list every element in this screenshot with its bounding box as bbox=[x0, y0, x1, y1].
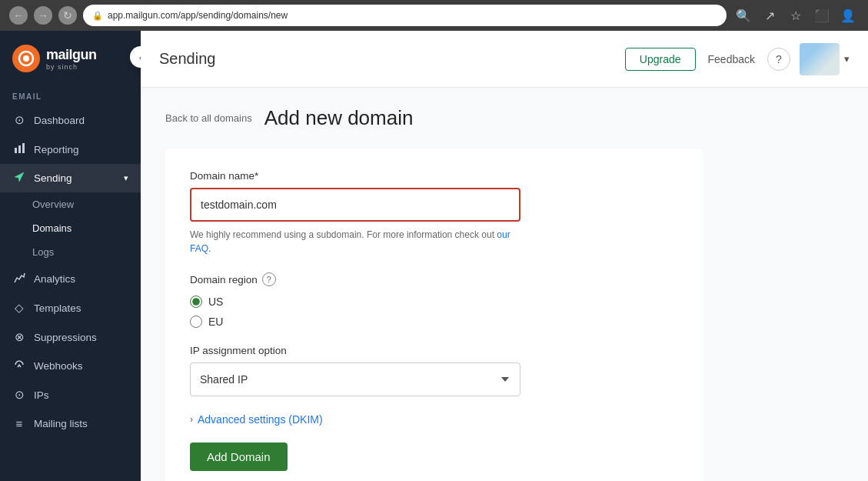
sidebar-item-overview[interactable]: Overview bbox=[0, 192, 141, 216]
sidebar: mailgun by sinch ‹ EMAIL ⊙ Dashboard Rep… bbox=[0, 31, 141, 481]
forward-button[interactable]: → bbox=[34, 6, 52, 25]
logo-icon bbox=[12, 45, 40, 72]
region-label-row: Domain region ? bbox=[190, 272, 679, 286]
sidebar-label-dashboard: Dashboard bbox=[34, 115, 85, 126]
page-header: Back to all domains Add new domain bbox=[165, 106, 843, 130]
top-nav-actions: Upgrade Feedback ? ▾ bbox=[625, 43, 850, 75]
sidebar-item-webhooks[interactable]: Webhooks bbox=[0, 352, 141, 380]
region-eu-label: EU bbox=[208, 316, 223, 328]
sending-icon bbox=[12, 172, 26, 185]
sidebar-item-sending[interactable]: Sending ▾ bbox=[0, 164, 141, 192]
sidebar-item-analytics[interactable]: Analytics bbox=[0, 264, 141, 293]
hint-end: . bbox=[208, 243, 211, 254]
domain-name-label: Domain name* bbox=[190, 170, 679, 182]
advanced-settings-toggle[interactable]: › Advanced settings (DKIM) bbox=[190, 413, 679, 426]
form-card: Domain name* We highly recommend using a… bbox=[165, 149, 703, 481]
sidebar-label-logs: Logs bbox=[32, 246, 54, 258]
svg-rect-3 bbox=[18, 145, 21, 153]
svg-point-1 bbox=[23, 55, 29, 62]
top-nav-title: Sending bbox=[159, 50, 625, 68]
profile-btn[interactable]: 👤 bbox=[837, 5, 859, 26]
sidebar-label-sending: Sending bbox=[34, 172, 72, 184]
back-button[interactable]: ← bbox=[9, 6, 28, 25]
avatar-image bbox=[800, 43, 840, 75]
add-domain-button[interactable]: Add Domain bbox=[190, 443, 288, 471]
feedback-button[interactable]: Feedback bbox=[705, 48, 758, 70]
browser-chrome: ← → ↻ 🔒 app.mailgun.com/app/sending/doma… bbox=[0, 0, 868, 31]
address-bar[interactable]: 🔒 app.mailgun.com/app/sending/domains/ne… bbox=[83, 5, 727, 26]
avatar-chevron-icon: ▾ bbox=[844, 53, 850, 65]
ip-assignment-group: IP assignment option Shared IP Dedicated… bbox=[190, 345, 679, 396]
page-title: Add new domain bbox=[264, 106, 414, 130]
region-eu-option[interactable]: EU bbox=[190, 316, 679, 328]
ips-icon: ⊙ bbox=[12, 388, 26, 402]
suppressions-icon: ⊗ bbox=[12, 330, 26, 344]
sidebar-label-mailing-lists: Mailing lists bbox=[34, 418, 88, 429]
sidebar-label-suppressions: Suppressions bbox=[34, 332, 97, 343]
advanced-settings-section: › Advanced settings (DKIM) bbox=[190, 413, 679, 426]
bookmark-btn[interactable]: ☆ bbox=[785, 5, 806, 26]
lock-icon: 🔒 bbox=[92, 11, 103, 21]
sidebar-label-domains: Domains bbox=[32, 222, 72, 234]
sidebar-item-mailing-lists[interactable]: ≡ Mailing lists bbox=[0, 409, 141, 438]
sidebar-item-reporting[interactable]: Reporting bbox=[0, 135, 141, 164]
logo-text: mailgun by sinch bbox=[46, 47, 97, 71]
advanced-label: Advanced settings (DKIM) bbox=[198, 413, 323, 426]
region-us-radio[interactable] bbox=[190, 296, 202, 308]
upgrade-button[interactable]: Upgrade bbox=[625, 48, 696, 71]
top-nav: Sending Upgrade Feedback ? ▾ bbox=[141, 31, 868, 88]
region-us-label: US bbox=[208, 296, 223, 308]
main-content: Sending Upgrade Feedback ? ▾ Back to all… bbox=[141, 31, 868, 481]
app-container: mailgun by sinch ‹ EMAIL ⊙ Dashboard Rep… bbox=[0, 31, 868, 481]
sidebar-item-ips[interactable]: ⊙ IPs bbox=[0, 380, 141, 409]
sidebar-section-email: EMAIL bbox=[0, 83, 141, 105]
region-eu-radio[interactable] bbox=[190, 316, 202, 328]
domain-name-input[interactable] bbox=[190, 188, 520, 222]
sidebar-label-ips: IPs bbox=[34, 389, 49, 401]
analytics-icon bbox=[12, 272, 26, 286]
ip-assignment-label: IP assignment option bbox=[190, 345, 679, 356]
page-content: Back to all domains Add new domain Domai… bbox=[141, 88, 868, 481]
help-button[interactable]: ? bbox=[767, 48, 790, 71]
logo-name: mailgun bbox=[46, 47, 97, 63]
sidebar-label-webhooks: Webhooks bbox=[34, 360, 83, 372]
sidebar-collapse-button[interactable]: ‹ bbox=[130, 46, 141, 68]
domain-name-group: Domain name* We highly recommend using a… bbox=[190, 170, 679, 256]
sidebar-item-dashboard[interactable]: ⊙ Dashboard bbox=[0, 105, 141, 135]
search-browser-btn[interactable]: 🔍 bbox=[733, 5, 754, 26]
sidebar-item-templates[interactable]: ◇ Templates bbox=[0, 293, 141, 322]
logo-sub: by sinch bbox=[46, 63, 97, 71]
share-browser-btn[interactable]: ↗ bbox=[759, 5, 780, 26]
svg-rect-4 bbox=[22, 143, 25, 153]
avatar-area[interactable]: ▾ bbox=[800, 43, 850, 75]
domain-name-hint: We highly recommend using a subdomain. F… bbox=[190, 228, 520, 256]
sidebar-item-domains[interactable]: Domains bbox=[0, 216, 141, 240]
region-label: Domain region bbox=[190, 274, 258, 286]
ip-assignment-select[interactable]: Shared IP Dedicated IP bbox=[190, 362, 520, 396]
sidebar-item-suppressions[interactable]: ⊗ Suppressions bbox=[0, 322, 141, 352]
svg-rect-2 bbox=[15, 148, 17, 153]
hint-text: We highly recommend using a subdomain. F… bbox=[190, 229, 497, 240]
region-help-icon[interactable]: ? bbox=[262, 272, 276, 286]
dashboard-icon: ⊙ bbox=[12, 113, 26, 127]
reporting-icon bbox=[12, 142, 26, 156]
back-to-domains-link[interactable]: Back to all domains bbox=[165, 112, 252, 124]
sidebar-label-analytics: Analytics bbox=[34, 273, 75, 285]
sidebar-label-reporting: Reporting bbox=[34, 144, 79, 155]
browser-actions: 🔍 ↗ ☆ ⬛ 👤 bbox=[733, 5, 859, 26]
url-text: app.mailgun.com/app/sending/domains/new bbox=[108, 10, 288, 21]
domain-region-group: Domain region ? US EU bbox=[190, 272, 679, 328]
webhooks-icon bbox=[12, 359, 26, 372]
reload-button[interactable]: ↻ bbox=[58, 6, 77, 25]
templates-icon: ◇ bbox=[12, 301, 26, 315]
sidebar-label-templates: Templates bbox=[34, 302, 81, 314]
extensions-btn[interactable]: ⬛ bbox=[811, 5, 833, 26]
sending-chevron-icon: ▾ bbox=[124, 173, 128, 183]
sidebar-logo: mailgun by sinch ‹ bbox=[0, 31, 141, 83]
sidebar-label-overview: Overview bbox=[32, 199, 74, 210]
mailing-lists-icon: ≡ bbox=[12, 417, 26, 430]
region-us-option[interactable]: US bbox=[190, 296, 679, 308]
sidebar-item-logs[interactable]: Logs bbox=[0, 240, 141, 264]
help-icon: ? bbox=[776, 53, 782, 65]
advanced-chevron-icon: › bbox=[190, 414, 193, 425]
